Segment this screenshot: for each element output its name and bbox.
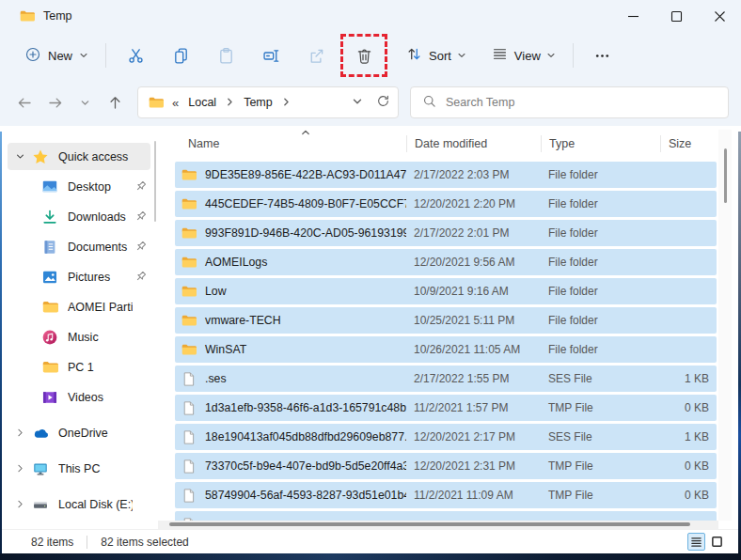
- onedrive-icon: [32, 425, 49, 442]
- file-row-73370c5f-b9e4-407e-bd9b-5d5e20ff4a36[interactable]: 73370c5f-b9e4-407e-bd9b-5d5e20ff4a36....…: [175, 453, 717, 479]
- chevron-right-icon: [8, 498, 32, 510]
- sort-ascending-icon: [300, 127, 311, 141]
- column-header-type[interactable]: Type: [541, 135, 660, 152]
- sidebar-item-onedrive[interactable]: OneDrive: [8, 419, 150, 446]
- downloads-icon: [41, 209, 58, 226]
- sidebar-item-pictures[interactable]: Pictures: [8, 263, 150, 290]
- pin-icon: [133, 389, 149, 405]
- sidebar-scrollbar[interactable]: [154, 141, 156, 222]
- vertical-scrollbar-thumb[interactable]: [724, 148, 727, 203]
- folder-icon: [181, 167, 197, 183]
- pin-icon: [133, 329, 149, 345]
- pin-icon: [133, 496, 149, 512]
- folder-icon: [181, 313, 197, 329]
- desktop-edge-left: [0, 132, 2, 553]
- sidebar-item-quick-access[interactable]: Quick access: [8, 143, 150, 170]
- search-box[interactable]: Search Temp: [410, 86, 729, 118]
- chevron-right-icon: [8, 427, 32, 439]
- sidebar-item-this-pc[interactable]: This PC: [8, 455, 150, 482]
- back-button[interactable]: [9, 87, 39, 117]
- sidebar: Quick access Desktop Downloads Documents…: [0, 126, 158, 529]
- refresh-icon[interactable]: [376, 94, 390, 111]
- more-options-button[interactable]: [583, 38, 623, 73]
- chevron-right-icon[interactable]: [276, 95, 297, 110]
- status-separator: [87, 536, 87, 549]
- sort-arrows-icon: [405, 45, 423, 66]
- view-button[interactable]: View: [483, 39, 563, 71]
- large-icons-view-toggle[interactable]: [708, 533, 726, 551]
- thispc-icon: [32, 460, 49, 477]
- rename-button[interactable]: [251, 38, 291, 73]
- breadcrumb-overflow[interactable]: «: [172, 96, 179, 110]
- horizontal-scrollbar-thumb[interactable]: [169, 522, 690, 526]
- column-header-date-modified[interactable]: Date modified: [406, 135, 541, 152]
- column-header-row: Name Date modified Type Size: [175, 132, 717, 156]
- cut-button[interactable]: [116, 38, 155, 73]
- view-lines-icon: [491, 45, 509, 66]
- delete-button[interactable]: [344, 38, 384, 73]
- sidebar-item-videos[interactable]: Videos: [8, 383, 150, 411]
- file-row-993f891d-946b-420c-ad05-96193199ad[interactable]: 993F891D-946B-420C-AD05-96193199AD... 2/…: [175, 220, 717, 246]
- pin-icon: [133, 239, 149, 255]
- file-row-18e190413af045db88dfbd29609eb877-db[interactable]: 18e190413af045db88dfbd29609eb877.db.... …: [175, 424, 717, 450]
- sidebar-item-pc-1[interactable]: PC 1: [8, 353, 150, 381]
- file-row-9de35e89-856e-422b-ac93-d011a474698c[interactable]: 9DE35E89-856E-422B-AC93-D011A474698C 2/1…: [175, 162, 717, 188]
- breadcrumb-segment-local[interactable]: Local: [185, 94, 219, 111]
- documents-icon: [41, 239, 58, 256]
- sort-button[interactable]: Sort: [398, 39, 474, 71]
- file-icon: [181, 371, 197, 387]
- share-button[interactable]: [296, 38, 336, 73]
- command-bar: New Sort View: [0, 32, 741, 79]
- chevron-down-icon: [8, 150, 32, 163]
- sidebar-item-desktop[interactable]: Desktop: [8, 173, 150, 200]
- titlebar: Temp: [0, 0, 741, 32]
- column-header-name[interactable]: Name: [175, 135, 406, 152]
- address-dropdown-chevron[interactable]: [352, 96, 363, 110]
- breadcrumb[interactable]: « Local Temp: [137, 86, 399, 118]
- sidebar-item-downloads[interactable]: Downloads: [8, 203, 150, 230]
- file-row-aomeilogs[interactable]: AOMEILogs 12/20/2021 9:56 AM File folder: [175, 249, 717, 275]
- file-row-winsat[interactable]: WinSAT 10/26/2021 11:05 AM File folder: [175, 336, 717, 363]
- pin-icon: [133, 148, 149, 164]
- file-row-445cedef-74b5-4809-b0f7-e05ccf797a9c[interactable]: 445CEDEF-74B5-4809-B0F7-E05CCF797A9C 12/…: [175, 191, 717, 217]
- column-header-size[interactable]: Size: [660, 135, 717, 152]
- breadcrumb-segment-temp[interactable]: Temp: [241, 94, 276, 111]
- up-button[interactable]: [100, 87, 130, 117]
- file-row-vmware-tech[interactable]: vmware-TECH 10/25/2021 5:11 PM File fold…: [175, 307, 717, 334]
- delete-highlight-box: [340, 34, 387, 77]
- folder-icon: [148, 95, 164, 111]
- paste-button[interactable]: [206, 38, 245, 73]
- sidebar-item-documents[interactable]: Documents: [8, 233, 150, 260]
- videos-icon: [41, 389, 58, 406]
- search-icon: [422, 94, 436, 112]
- copy-button[interactable]: [161, 38, 200, 73]
- sidebar-item-aomei-partition[interactable]: AOMEI Partition: [8, 293, 150, 320]
- forward-button[interactable]: [39, 87, 70, 117]
- minimize-button[interactable]: [611, 0, 654, 32]
- maximize-button[interactable]: [654, 0, 698, 32]
- pin-icon: [133, 460, 149, 476]
- folder-icon: [181, 255, 197, 271]
- new-button[interactable]: New: [17, 40, 96, 71]
- window-title: Temp: [43, 9, 72, 23]
- file-row-low[interactable]: Low 10/9/2021 9:16 AM File folder: [175, 278, 717, 304]
- chevron-right-icon[interactable]: [219, 95, 241, 110]
- recent-locations-chevron[interactable]: [70, 87, 100, 117]
- file-list-pane: Name Date modified Type Size 9DE35E89-85…: [158, 126, 741, 529]
- sidebar-item-music[interactable]: Music: [8, 323, 150, 350]
- file-icon: [181, 429, 197, 445]
- pin-icon: [133, 269, 149, 285]
- sidebar-item-local-disk-e[interactable]: Local Disk (E:): [8, 490, 150, 518]
- file-row-58749904-56af-4593-8287-93d51e01b450[interactable]: 58749904-56af-4593-8287-93d51e01b450....…: [175, 482, 717, 508]
- toolbar-separator: [573, 43, 574, 68]
- close-button[interactable]: [698, 0, 741, 32]
- desktop-icon: [41, 179, 58, 195]
- file-icon: [181, 488, 197, 504]
- details-view-toggle[interactable]: [687, 533, 705, 551]
- star-icon: [32, 148, 49, 165]
- file-row-partial[interactable]: [175, 511, 717, 521]
- toolbar-separator: [105, 43, 106, 68]
- file-row-1d3a1efb-9358-46f6-a1d3-165791c48be8[interactable]: 1d3a1efb-9358-46f6-a1d3-165791c48be8....…: [175, 395, 717, 421]
- file-icon: [181, 400, 197, 416]
- file-row-ses[interactable]: .ses 2/17/2022 1:55 PM SES File 1 KB: [175, 366, 717, 392]
